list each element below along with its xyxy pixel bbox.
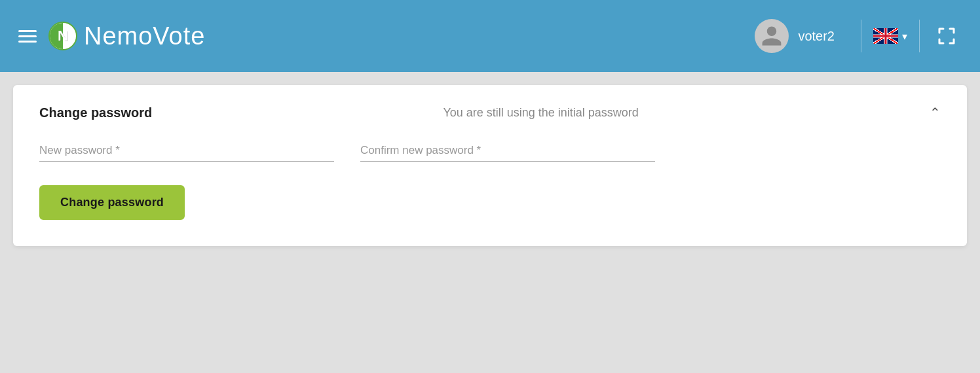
card-title: Change password xyxy=(39,105,152,120)
flag-icon xyxy=(873,28,898,44)
header-right: voter2 ▾ xyxy=(755,19,962,53)
logo-text: NemoVote xyxy=(84,22,205,50)
hamburger-menu[interactable] xyxy=(18,30,37,43)
logo[interactable]: N NemoVote xyxy=(48,22,205,50)
password-form-row xyxy=(39,140,941,162)
username: voter2 xyxy=(798,29,835,44)
chevron-down-icon: ▾ xyxy=(902,30,907,43)
change-password-card: Change password You are still using the … xyxy=(13,85,967,246)
change-password-button[interactable]: Change password xyxy=(39,185,185,220)
main-content: Change password You are still using the … xyxy=(0,72,980,259)
header-divider-2 xyxy=(919,20,920,52)
header: N NemoVote voter2 ▾ xyxy=(0,0,980,72)
new-password-input[interactable] xyxy=(39,140,334,162)
new-password-field xyxy=(39,140,334,162)
user-section: voter2 xyxy=(755,19,849,53)
card-header: Change password You are still using the … xyxy=(39,105,941,120)
fullscreen-button[interactable] xyxy=(932,27,962,44)
confirm-password-input[interactable] xyxy=(360,140,655,162)
user-avatar-icon xyxy=(760,24,783,48)
header-divider-1 xyxy=(861,20,861,52)
logo-icon: N xyxy=(48,22,77,50)
fullscreen-icon xyxy=(938,27,955,44)
language-selector[interactable]: ▾ xyxy=(873,28,907,44)
confirm-password-field xyxy=(360,140,655,162)
avatar xyxy=(755,19,789,53)
collapse-button[interactable]: ⌃ xyxy=(930,105,941,120)
card-subtitle: You are still using the initial password xyxy=(152,106,930,120)
